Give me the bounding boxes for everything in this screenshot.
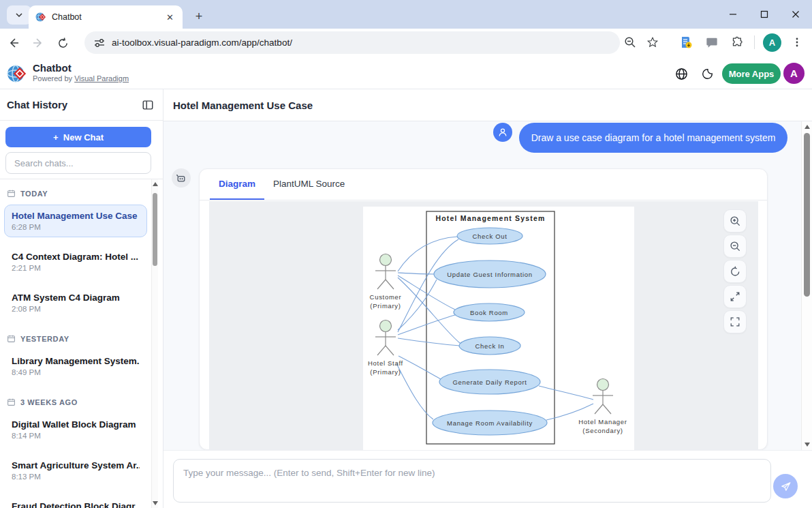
tab-plantuml-source[interactable]: PlantUML Source bbox=[264, 169, 354, 200]
zoom-out-magnifier-icon bbox=[624, 36, 636, 48]
expand-button[interactable] bbox=[723, 285, 747, 308]
app-title: Chatbot bbox=[33, 62, 72, 74]
use-case: Check In bbox=[459, 337, 520, 355]
favicon-visual-paradigm bbox=[35, 12, 46, 23]
chat-item[interactable]: ATM System C4 Diagram2:08 PM bbox=[4, 286, 147, 319]
send-button[interactable] bbox=[773, 474, 798, 498]
zoom-indicator-button[interactable] bbox=[622, 34, 638, 50]
new-chat-button[interactable]: + New Chat bbox=[5, 127, 151, 147]
puzzle-icon bbox=[731, 36, 744, 49]
new-tab-button[interactable]: + bbox=[189, 7, 208, 26]
tab-search-button[interactable] bbox=[7, 5, 31, 25]
window-maximize-button[interactable] bbox=[749, 0, 780, 29]
window-close-button[interactable] bbox=[780, 0, 811, 29]
scroll-down-arrow[interactable] bbox=[153, 501, 158, 505]
svg-text:Check In: Check In bbox=[475, 342, 504, 350]
use-case: Check Out bbox=[457, 228, 522, 244]
browser-profile-avatar[interactable]: A bbox=[763, 33, 781, 52]
search-chats-input[interactable] bbox=[5, 152, 151, 174]
actor-label: (Primary) bbox=[370, 302, 401, 310]
three-dots-icon bbox=[792, 37, 802, 48]
fullscreen-button[interactable] bbox=[723, 310, 747, 333]
sidebar-scrollbar-thumb[interactable] bbox=[153, 193, 157, 266]
chat-item-time: 8:49 PM bbox=[12, 368, 140, 376]
back-arrow-icon bbox=[7, 37, 20, 49]
chat-scrollbar[interactable] bbox=[801, 121, 812, 450]
chat-item[interactable]: Hotel Management Use Case6:28 PM bbox=[4, 205, 147, 237]
user-message-avatar bbox=[493, 123, 512, 142]
dark-mode-button[interactable] bbox=[699, 65, 715, 82]
panel-toggle-icon bbox=[142, 99, 154, 111]
chat-section-label: TODAY bbox=[20, 190, 48, 198]
star-icon bbox=[646, 36, 659, 48]
bookmark-button[interactable] bbox=[644, 34, 661, 50]
zoom-in-icon bbox=[730, 215, 741, 227]
chat-scroll-down-arrow[interactable] bbox=[805, 443, 810, 447]
chat-item-time: 2:08 PM bbox=[12, 305, 140, 313]
document-download-icon bbox=[679, 35, 693, 49]
collapse-sidebar-button[interactable] bbox=[140, 97, 156, 113]
calendar-icon bbox=[7, 189, 16, 198]
browser-titlebar: Chatbot ✕ + bbox=[0, 0, 812, 29]
forward-button[interactable] bbox=[27, 32, 49, 54]
zoom-out-button[interactable] bbox=[723, 235, 747, 258]
chat-item-title: Hotel Management Use Case bbox=[12, 211, 140, 221]
robot-icon bbox=[176, 173, 187, 183]
diagram-toolbar bbox=[723, 209, 747, 334]
bot-avatar bbox=[172, 168, 191, 188]
site-controls-icon bbox=[94, 38, 105, 48]
calendar-icon bbox=[7, 398, 16, 406]
chat-scroll-up-arrow[interactable] bbox=[805, 125, 810, 129]
account-avatar[interactable]: A bbox=[783, 63, 805, 84]
browser-tab[interactable]: Chatbot ✕ bbox=[29, 5, 183, 29]
url-bar[interactable]: ai-toolbox.visual-paradigm.com/app/chatb… bbox=[84, 31, 620, 54]
chat-item[interactable]: Library Management System...8:49 PM bbox=[4, 350, 147, 383]
window-minimize-button[interactable] bbox=[717, 0, 749, 29]
tab-diagram[interactable]: Diagram bbox=[210, 169, 264, 200]
message-input[interactable] bbox=[173, 459, 771, 503]
moon-icon bbox=[702, 68, 713, 80]
browser-menu-button[interactable] bbox=[789, 34, 805, 50]
chat-item[interactable]: Digital Wallet Block Diagram8:14 PM bbox=[4, 413, 147, 446]
reset-view-button[interactable] bbox=[723, 260, 747, 283]
minimize-icon bbox=[729, 10, 737, 18]
visual-paradigm-logo bbox=[7, 63, 27, 84]
conversation-titlebar: Hotel Management Use Case bbox=[163, 89, 812, 121]
reading-mode-button[interactable] bbox=[678, 34, 694, 50]
tab-close-icon[interactable]: ✕ bbox=[164, 12, 176, 23]
chat-item-time: 2:21 PM bbox=[12, 264, 140, 272]
reset-rotate-icon bbox=[730, 266, 741, 278]
chat-section-header: YESTERDAY bbox=[0, 327, 151, 346]
scroll-up-arrow[interactable] bbox=[153, 182, 158, 186]
chat-history-list: TODAYHotel Management Use Case6:28 PMC4 … bbox=[0, 179, 151, 508]
chat-section-header: 3 WEEKS AGO bbox=[0, 391, 151, 409]
chat-item[interactable]: C4 Context Diagram: Hotel ...2:21 PM bbox=[4, 245, 147, 278]
zoom-in-button[interactable] bbox=[723, 209, 747, 233]
reload-button[interactable] bbox=[52, 32, 74, 54]
chat-item[interactable]: Smart Agriculture System Ar...8:13 PM bbox=[4, 454, 147, 487]
comment-button[interactable] bbox=[704, 34, 720, 50]
use-case-diagram-canvas[interactable]: Hotel Management SystemCheck OutUpdate G… bbox=[363, 207, 634, 450]
person-icon bbox=[497, 127, 508, 138]
diagram-viewport[interactable]: Hotel Management SystemCheck OutUpdate G… bbox=[209, 201, 758, 450]
svg-text:Generate Daily Report: Generate Daily Report bbox=[452, 378, 527, 386]
new-chat-label: New Chat bbox=[63, 132, 104, 143]
toolbar-divider bbox=[754, 35, 755, 49]
language-button[interactable] bbox=[673, 65, 689, 82]
chat-item-title: Library Management System... bbox=[12, 356, 140, 366]
visual-paradigm-link[interactable]: Visual Paradigm bbox=[74, 74, 129, 83]
more-apps-button[interactable]: More Apps bbox=[722, 63, 781, 84]
extensions-button[interactable] bbox=[729, 34, 745, 50]
actor-label: Hotel Staff bbox=[368, 359, 403, 367]
sidebar-scrollbar[interactable] bbox=[151, 179, 158, 508]
back-button[interactable] bbox=[3, 32, 25, 54]
chat-area: Draw a use case diagram for a hotel mana… bbox=[163, 121, 812, 450]
use-case: Manage Room Availability bbox=[433, 410, 547, 435]
chat-section-label: YESTERDAY bbox=[20, 335, 69, 343]
chat-item[interactable]: Fraud Detection Block Diagr...8:13 PM bbox=[4, 495, 147, 508]
calendar-icon bbox=[7, 334, 16, 343]
system-boundary-title: Hotel Management System bbox=[435, 214, 545, 222]
reload-icon bbox=[57, 38, 69, 49]
chat-item-title: ATM System C4 Diagram bbox=[12, 293, 140, 303]
chat-scrollbar-thumb[interactable] bbox=[804, 133, 810, 297]
